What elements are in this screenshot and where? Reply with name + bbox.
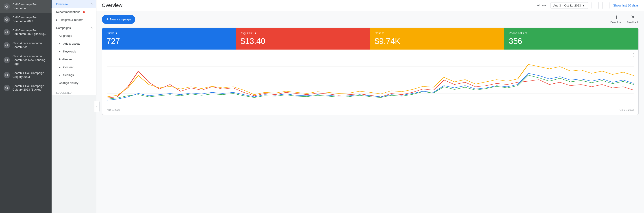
stat-label: Clicks ▼ (106, 32, 232, 35)
sidebar-item-call-campaign-edmonton-2023[interactable]: Call Campaign For Edmonton 2023 (0, 13, 52, 26)
nav-item-label: Ad groups (59, 34, 72, 38)
nav-item-label: Content (63, 66, 74, 69)
svg-line-5 (8, 33, 8, 34)
main-content: Overview All time Aug 3 – Oct 31, 2023 ▼… (96, 0, 644, 213)
action-bar: + New campaign ⬇ Download ⚑ Feedback (102, 14, 638, 24)
plus-icon: + (106, 17, 109, 22)
sidebar-icon (4, 57, 10, 63)
stat-label: Cost ▼ (375, 32, 500, 35)
sidebar-item-label: Call Campaign For Edmonton (12, 3, 48, 10)
chevron-icon: ▶ (59, 42, 60, 45)
date-range-button[interactable]: Aug 3 – Oct 31, 2023 ▼ (550, 2, 588, 9)
sidebar-icon (4, 3, 10, 10)
nav-item-settings[interactable]: ▶Settings (52, 71, 96, 79)
svg-line-9 (8, 61, 8, 62)
svg-line-3 (8, 20, 8, 21)
nav-item-audiences[interactable]: Audiences (52, 56, 96, 63)
nav-section-label: Suggested (52, 89, 96, 95)
stat-dropdown-icon: ▼ (115, 32, 118, 35)
chevron-icon: ▶ (59, 66, 60, 68)
home-icon: ⌂ (91, 2, 92, 6)
sidebar-icon (4, 29, 10, 36)
download-label: Download (610, 21, 622, 24)
stat-value: 727 (106, 36, 232, 46)
sidebar-icon (4, 42, 10, 48)
feedback-button[interactable]: ⚑ Feedback (627, 14, 638, 24)
home-icon: ⌂ (91, 26, 92, 30)
stat-value: $13.40 (240, 36, 366, 46)
overview-chart (107, 53, 634, 107)
sidebar-item-cash-4-cars-new-landing[interactable]: Cash 4 cars edmonton Search Ads New Land… (0, 52, 52, 68)
chart-more-button[interactable]: ⋮ (631, 52, 636, 58)
nav-item-label: Keywords (63, 50, 76, 53)
stat-value: 356 (509, 36, 634, 46)
svg-point-0 (6, 6, 8, 8)
page-title: Overview (102, 2, 122, 8)
sidebar-item-call-campaign-edmonton-backup[interactable]: Call Campaign For Edmonton 2023 (Backup) (0, 26, 52, 39)
stat-card-cost[interactable]: Cost ▼ $9.74K (370, 28, 504, 50)
nav-panel: Overview⌂Recommendations▶Insights & repo… (52, 0, 96, 95)
show-last-30-button[interactable]: Show last 30 days (613, 4, 638, 7)
svg-line-11 (8, 76, 8, 76)
top-bar-right: All time Aug 3 – Oct 31, 2023 ▼ ‹ › Show… (537, 2, 638, 9)
sidebar-item-label: Call Campaign For Edmonton 2023 (12, 16, 48, 23)
stat-card-phone-calls[interactable]: Phone calls ▼ 356 (504, 28, 638, 50)
nav-item-recommendations[interactable]: Recommendations (52, 8, 96, 16)
nav-item-label: Ads & assets (63, 42, 80, 45)
nav-divider (52, 88, 96, 88)
overview-card: Clicks ▼ 727 Avg. CPC ▼ $13.40 Cost ▼ $9… (102, 28, 638, 115)
nav-item-ad-groups[interactable]: Ad groups (52, 32, 96, 40)
nav-item-label: Recommendations (56, 10, 80, 14)
svg-point-12 (6, 87, 8, 89)
sidebar-item-label: Cash 4 cars edmonton Search Ads (12, 42, 48, 49)
sidebar-icon (4, 72, 10, 78)
chart-start-date: Aug 3, 2023 (107, 108, 120, 111)
nav-item-ads-assets[interactable]: ▶Ads & assets (52, 40, 96, 48)
date-range-value: Aug 3 – Oct 31, 2023 (554, 4, 581, 7)
nav-item-keywords[interactable]: ▶Keywords (52, 48, 96, 56)
action-right: ⬇ Download ⚑ Feedback (610, 14, 638, 24)
content-area: + New campaign ⬇ Download ⚑ Feedback Cli… (96, 11, 644, 213)
chart-end-date: Oct 31, 2023 (620, 108, 634, 111)
svg-line-13 (8, 88, 8, 89)
download-button[interactable]: ⬇ Download (610, 14, 622, 24)
collapse-nav-button[interactable]: ‹ (94, 101, 100, 112)
nav-item-label: Insights & reports (60, 18, 83, 22)
stat-card-avg-cpc[interactable]: Avg. CPC ▼ $13.40 (236, 28, 370, 50)
prev-date-button[interactable]: ‹ (592, 2, 599, 9)
dropdown-chevron-icon: ▼ (582, 4, 585, 7)
svg-point-4 (6, 31, 8, 33)
stat-label: Phone calls ▼ (509, 32, 634, 35)
nav-item-campaigns[interactable]: Campaigns⌂ (52, 24, 96, 32)
sidebar-item-label: Call Campaign For Edmonton 2023 (Backup) (12, 29, 48, 36)
chart-dates: Aug 3, 2023 Oct 31, 2023 (107, 108, 634, 111)
chevron-icon: ▶ (56, 18, 58, 21)
sidebar: Call Campaign For Edmonton Call Campaign… (0, 0, 52, 213)
stat-dropdown-icon: ▼ (525, 32, 528, 35)
sidebar-item-call-campaign-edmonton[interactable]: Call Campaign For Edmonton (0, 0, 52, 13)
nav-item-label: Overview (56, 2, 68, 6)
svg-point-2 (6, 18, 8, 20)
stats-row: Clicks ▼ 727 Avg. CPC ▼ $13.40 Cost ▼ $9… (102, 28, 638, 50)
stat-dropdown-icon: ▼ (254, 32, 257, 35)
chevron-icon: ▶ (59, 50, 60, 53)
nav-item-label: Change history (59, 81, 78, 84)
new-campaign-button[interactable]: + New campaign (102, 15, 135, 24)
next-date-button[interactable]: › (602, 2, 610, 9)
feedback-label: Feedback (627, 21, 638, 24)
sidebar-icon (4, 85, 10, 91)
sidebar-item-label: Cash 4 cars edmonton Search Ads New Land… (12, 54, 48, 66)
svg-point-10 (6, 74, 8, 76)
stat-card-clicks[interactable]: Clicks ▼ 727 (102, 28, 236, 50)
top-bar: Overview All time Aug 3 – Oct 31, 2023 ▼… (96, 0, 644, 11)
stat-value: $9.74K (375, 36, 500, 46)
sidebar-item-search-call-calgary-backup[interactable]: Search + Call Campaign Calgary 2023 (Bac… (0, 82, 52, 94)
nav-item-change-history[interactable]: Change history (52, 79, 96, 87)
sidebar-item-search-call-calgary[interactable]: Search + Call Campaign Calgary 2023 (0, 68, 52, 82)
notification-badge (83, 11, 85, 13)
sidebar-item-label: Search + Call Campaign Calgary 2023 (12, 71, 48, 79)
nav-item-insights-reports[interactable]: ▶Insights & reports (52, 16, 96, 24)
nav-item-content[interactable]: ▶Content (52, 63, 96, 71)
sidebar-item-cash-4-cars-search-ads[interactable]: Cash 4 cars edmonton Search Ads (0, 39, 52, 52)
nav-item-overview[interactable]: Overview⌂ (52, 0, 96, 8)
